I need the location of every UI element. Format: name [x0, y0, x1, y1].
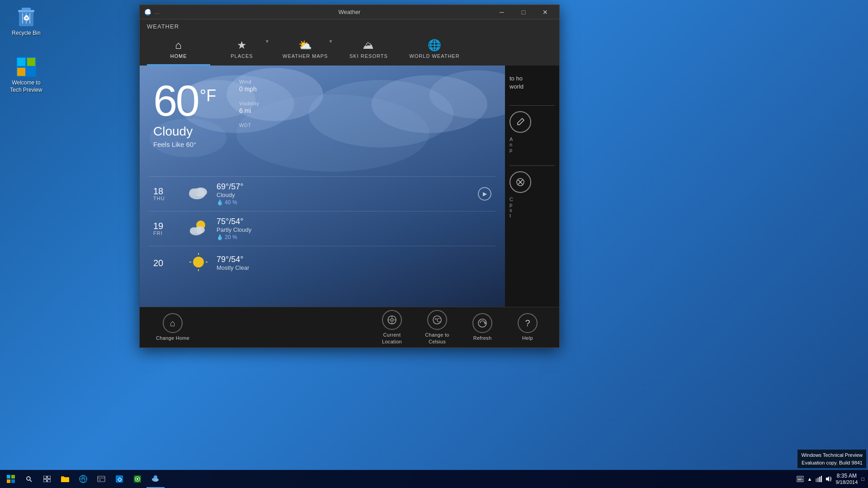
svg-rect-55: [43, 476, 47, 479]
weather-taskbar-app[interactable]: [146, 470, 165, 488]
svg-rect-10: [17, 68, 25, 76]
wind-label: Wind: [239, 79, 259, 84]
window-title: Weather: [339, 9, 361, 15]
help-label: Help: [522, 335, 533, 341]
system-notice-line1: Windows Technical Preview: [801, 451, 863, 459]
svg-rect-11: [27, 68, 35, 76]
task-view-button[interactable]: [38, 470, 56, 488]
forecast-temps-sat: 79°/54°: [217, 255, 491, 264]
svg-rect-58: [47, 479, 51, 482]
wind-detail: Wind 0 mph: [239, 79, 259, 93]
svg-point-30: [190, 227, 197, 234]
forecast-temps-fri: 75°/54°: [217, 217, 491, 226]
svg-point-53: [27, 477, 30, 480]
home-nav-icon: ⌂: [175, 39, 182, 52]
welcome-icon: [15, 56, 37, 78]
side-close-label: Cpst: [509, 197, 555, 218]
weather-maps-nav-icon: ⛅: [298, 39, 312, 52]
recycle-bin-icon: ♻: [15, 6, 37, 28]
network-tray[interactable]: [814, 470, 824, 488]
tray-date: 9/18/2014: [835, 479, 858, 485]
svg-rect-83: [817, 478, 819, 482]
svg-rect-50: [11, 475, 15, 479]
desktop-icon-recycle-bin[interactable]: ♻ Recycle Bin: [5, 5, 48, 39]
system-notice-line2: Evaluation copy. Build 9841: [801, 459, 863, 467]
change-home-action[interactable]: ⌂ Change Home: [149, 310, 197, 345]
svg-rect-80: [797, 479, 802, 480]
recycle-bin-label: Recycle Bin: [12, 30, 40, 37]
svg-rect-64: [98, 476, 105, 482]
forecast-item-fri: 19 FRI: [149, 211, 496, 246]
main-content: 60 °F Cloudy Feels Like 60° Wind 0 mph V…: [140, 66, 559, 307]
forecast-date-sat: 20: [153, 258, 180, 267]
svg-rect-85: [821, 476, 822, 482]
app-icon: [143, 8, 152, 17]
svg-point-74: [152, 478, 156, 481]
file-manager-taskbar[interactable]: [92, 470, 110, 488]
close-button[interactable]: ✕: [535, 5, 556, 19]
side-divider-2: [509, 165, 555, 166]
current-location-label: CurrentLocation: [382, 332, 402, 345]
svg-line-54: [30, 480, 32, 482]
weather-main-panel: 60 °F Cloudy Feels Like 60° Wind 0 mph V…: [140, 66, 505, 307]
nav-world-weather[interactable]: 🌐 WORLD WEATHER: [400, 33, 468, 66]
welcome-label: Welcome to Tech Preview: [10, 80, 42, 94]
clock-tray[interactable]: 8:35 AM 9/18/2014: [834, 470, 859, 488]
search-button[interactable]: [20, 470, 38, 488]
ie-taskbar[interactable]: e: [74, 470, 92, 488]
side-close-action[interactable]: [509, 171, 531, 193]
places-nav-label: PLACES: [231, 53, 253, 59]
start-button[interactable]: [2, 470, 20, 488]
forecast-day-num-sat: 20: [153, 258, 180, 267]
side-text-1: to howorld: [509, 75, 555, 91]
visibility-value: 6 mi: [239, 107, 259, 114]
weather-window: ... Weather ─ □ ✕ WEATHER ⌂ HOME ★ PLACE…: [139, 5, 560, 348]
hide-tray-button[interactable]: ▲: [806, 470, 814, 488]
svg-point-40: [391, 319, 393, 321]
change-celsius-icon: ℃: [427, 310, 447, 330]
world-weather-nav-label: WORLD WEATHER: [409, 53, 459, 59]
temperature-unit: °F: [200, 86, 216, 105]
file-explorer-taskbar[interactable]: [56, 470, 74, 488]
weather-maps-nav-label: WEATHER MAPS: [283, 53, 328, 59]
svg-rect-77: [799, 478, 800, 479]
svg-text:e: e: [82, 476, 84, 479]
nav-bar: ⌂ HOME ★ PLACES ▼ ⛅ WEATHER MAPS ▼ ⛰ SKI…: [147, 33, 552, 66]
minimize-button[interactable]: ─: [491, 5, 512, 19]
nav-weather-maps[interactable]: ⛅ WEATHER MAPS ▼: [274, 33, 337, 66]
svg-marker-86: [826, 476, 829, 482]
change-celsius-action[interactable]: ℃ Change toCelsius: [415, 306, 460, 348]
current-location-action[interactable]: CurrentLocation: [369, 306, 415, 348]
desktop-icon-welcome[interactable]: Welcome to Tech Preview: [5, 54, 48, 95]
places-dropdown-icon: ▼: [265, 39, 270, 44]
notifications-tray[interactable]: □: [859, 470, 866, 488]
svg-rect-78: [800, 478, 801, 479]
nav-home[interactable]: ⌂ HOME: [147, 33, 210, 66]
temperature-display: 60 °F: [153, 79, 491, 122]
keyboard-tray[interactable]: [795, 470, 806, 488]
forecast-icon-sat: [185, 252, 212, 274]
svg-point-71: [137, 478, 138, 480]
svg-point-14: [146, 9, 150, 13]
forecast-condition-fri: Partly Cloudy: [217, 226, 491, 233]
games-taskbar[interactable]: [128, 470, 146, 488]
forecast-condition-sat: Mostly Clear: [217, 264, 491, 271]
home-nav-label: HOME: [170, 53, 187, 59]
nav-places[interactable]: ★ PLACES ▼: [210, 33, 274, 66]
help-action[interactable]: ? Help: [505, 310, 550, 345]
forecast-day-num-fri: 19: [153, 221, 180, 230]
store-taskbar[interactable]: ◇: [110, 470, 128, 488]
forecast-info-sat: 79°/54° Mostly Clear: [217, 255, 491, 271]
side-edit-action[interactable]: [509, 111, 531, 133]
refresh-action[interactable]: Refresh: [460, 310, 505, 345]
svg-rect-59: [61, 478, 69, 482]
svg-rect-8: [17, 58, 25, 66]
maximize-button[interactable]: □: [513, 5, 534, 19]
svg-rect-81: [802, 479, 803, 480]
nav-ski-resorts[interactable]: ⛰ SKI RESORTS: [337, 33, 400, 66]
volume-tray[interactable]: [824, 470, 834, 488]
svg-rect-15: [145, 12, 151, 14]
svg-point-31: [193, 257, 204, 267]
svg-rect-49: [7, 475, 10, 479]
svg-rect-79: [802, 478, 802, 479]
